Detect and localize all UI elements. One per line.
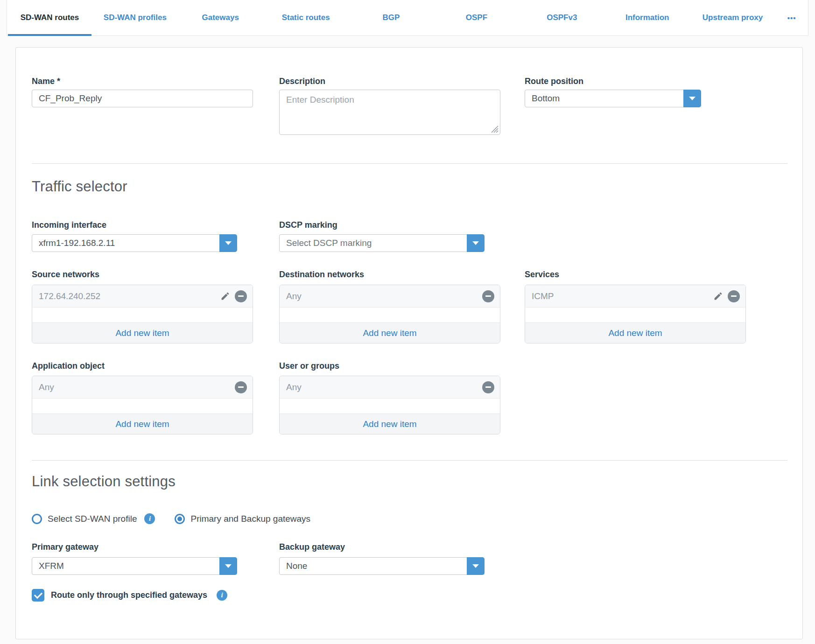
incoming-interface-dropdown-button[interactable]	[219, 234, 237, 252]
link-selection-settings-title: Link selection settings	[32, 473, 176, 490]
traffic-selector-title: Traffic selector	[32, 178, 127, 195]
tab-ospfv3[interactable]: OSPFv3	[519, 0, 604, 35]
route-position-dropdown-button[interactable]	[683, 90, 701, 107]
list-item-text: Any	[286, 291, 478, 301]
tab-sd-wan-profiles[interactable]: SD-WAN profiles	[92, 0, 178, 35]
route-position-dropdown[interactable]: Bottom	[525, 90, 701, 107]
chevron-down-icon	[225, 241, 232, 245]
chevron-down-icon	[472, 564, 479, 568]
add-new-item-link: Add new item	[363, 419, 416, 429]
list-item: Any	[280, 285, 500, 308]
select-sd-wan-profile-radio-label: Select SD-WAN profile	[48, 514, 137, 524]
primary-and-backup-gateways-radio[interactable]	[175, 514, 185, 524]
incoming-interface-dropdown[interactable]: xfrm1-192.168.2.11	[32, 234, 237, 252]
minus-circle-icon	[235, 290, 247, 302]
remove-item-button[interactable]	[728, 290, 740, 302]
dscp-marking-value: Select DSCP marking	[280, 238, 467, 248]
primary-and-backup-gateways-radio-label: Primary and Backup gateways	[190, 514, 310, 524]
tab-sd-wan-routes[interactable]: SD-WAN routes	[7, 0, 92, 35]
application-object-label: Application object	[32, 361, 105, 371]
section-divider	[32, 460, 787, 461]
list-item: Any	[280, 376, 500, 399]
backup-gateway-label: Backup gateway	[279, 542, 345, 552]
add-new-item-link: Add new item	[608, 328, 662, 338]
add-new-item-link: Add new item	[115, 328, 169, 338]
dscp-marking-dropdown[interactable]: Select DSCP marking	[279, 234, 485, 252]
add-new-item-link: Add new item	[115, 419, 169, 429]
minus-circle-icon	[235, 381, 247, 393]
info-icon[interactable]: i	[144, 513, 155, 524]
destination-networks-add-button[interactable]: Add new item	[280, 322, 500, 343]
edit-item-button[interactable]	[220, 291, 230, 301]
user-or-groups-add-button[interactable]: Add new item	[280, 413, 500, 434]
add-new-item-link: Add new item	[363, 328, 416, 338]
dscp-marking-dropdown-button[interactable]	[467, 234, 485, 252]
backup-gateway-dropdown-button[interactable]	[467, 557, 485, 575]
tab-bgp[interactable]: BGP	[349, 0, 434, 35]
list-item-text: Any	[286, 382, 478, 392]
pencil-icon	[220, 291, 230, 301]
route-position-value: Bottom	[525, 93, 683, 104]
services-listbox: ICMP Add new item	[525, 285, 746, 343]
destination-networks-listbox: Any Add new item	[279, 285, 500, 343]
route-only-checkbox-label: Route only through specified gateways	[51, 590, 207, 600]
primary-gateway-label: Primary gateway	[32, 542, 98, 552]
chevron-down-icon	[225, 564, 232, 568]
info-icon[interactable]: i	[217, 590, 227, 601]
dscp-marking-label: DSCP marking	[279, 220, 337, 230]
pencil-icon	[713, 291, 723, 301]
source-networks-listbox: 172.64.240.252 Add new item	[32, 285, 253, 343]
user-or-groups-listbox: Any Add new item	[279, 376, 500, 434]
primary-gateway-value: XFRM	[32, 561, 219, 571]
route-only-checkbox[interactable]	[32, 589, 44, 602]
chevron-down-icon	[472, 241, 479, 245]
primary-gateway-dropdown[interactable]: XFRM	[32, 557, 237, 575]
name-input[interactable]	[32, 90, 253, 107]
list-item: Any	[32, 376, 253, 399]
application-object-listbox: Any Add new item	[32, 376, 253, 434]
link-selection-radio-group: Select SD-WAN profile i Primary and Back…	[32, 513, 310, 524]
remove-item-button[interactable]	[482, 290, 494, 302]
source-networks-add-button[interactable]: Add new item	[32, 322, 253, 343]
tab-bar: SD-WAN routes SD-WAN profiles Gateways S…	[7, 0, 808, 36]
edit-item-button[interactable]	[713, 291, 723, 301]
route-only-checkbox-row: Route only through specified gateways i	[32, 589, 227, 602]
sd-wan-route-form-panel: Name * Description Route position Bottom…	[15, 47, 803, 639]
list-item-text: 172.64.240.252	[39, 291, 216, 301]
tab-upstream-proxy[interactable]: Upstream proxy	[690, 0, 775, 35]
minus-circle-icon	[482, 290, 494, 302]
services-label: Services	[525, 270, 559, 280]
select-sd-wan-profile-radio[interactable]	[32, 514, 42, 524]
list-item-text: ICMP	[532, 291, 709, 301]
tab-information[interactable]: Information	[604, 0, 690, 35]
tab-more-ellipsis-icon[interactable]: •••	[775, 0, 808, 35]
list-item-text: Any	[39, 382, 230, 392]
source-networks-label: Source networks	[32, 270, 99, 280]
application-object-add-button[interactable]: Add new item	[32, 413, 253, 434]
list-item: 172.64.240.252	[32, 285, 253, 308]
remove-item-button[interactable]	[235, 290, 247, 302]
primary-gateway-dropdown-button[interactable]	[219, 557, 237, 575]
tab-gateways[interactable]: Gateways	[178, 0, 263, 35]
tab-ospf[interactable]: OSPF	[434, 0, 519, 35]
name-label: Name *	[32, 77, 60, 86]
destination-networks-label: Destination networks	[279, 270, 364, 280]
section-divider	[32, 163, 787, 164]
list-item: ICMP	[525, 285, 745, 308]
minus-circle-icon	[728, 290, 740, 302]
incoming-interface-value: xfrm1-192.168.2.11	[32, 238, 219, 248]
tab-static-routes[interactable]: Static routes	[263, 0, 349, 35]
incoming-interface-label: Incoming interface	[32, 220, 106, 230]
backup-gateway-value: None	[280, 561, 467, 571]
services-add-button[interactable]: Add new item	[525, 322, 745, 343]
remove-item-button[interactable]	[235, 381, 247, 393]
description-label: Description	[279, 77, 325, 86]
user-or-groups-label: User or groups	[279, 361, 339, 371]
route-position-label: Route position	[525, 77, 583, 86]
description-input[interactable]	[279, 90, 500, 135]
backup-gateway-dropdown[interactable]: None	[279, 557, 485, 575]
minus-circle-icon	[482, 381, 494, 393]
chevron-down-icon	[689, 97, 696, 100]
remove-item-button[interactable]	[482, 381, 494, 393]
